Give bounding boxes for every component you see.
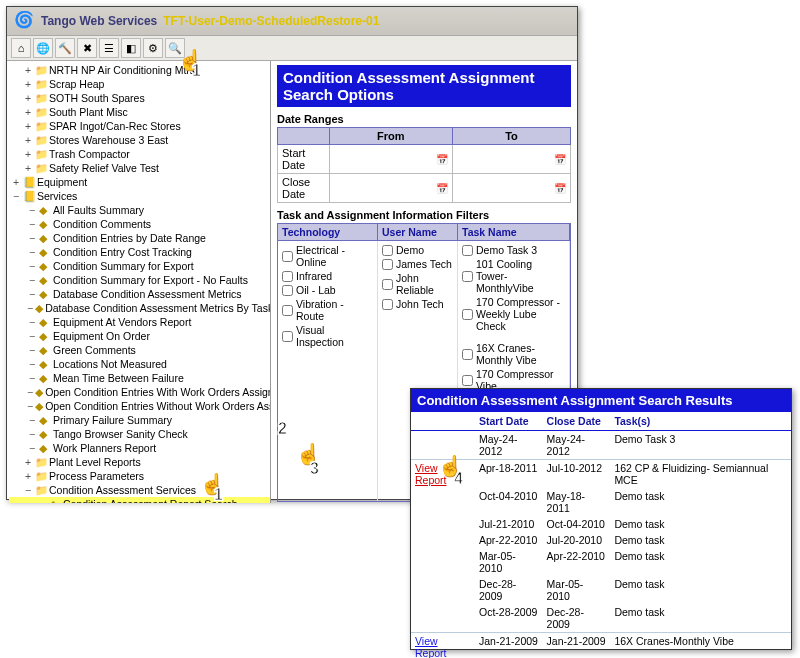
filter-checkbox[interactable]: James Tech [382, 258, 453, 270]
tree-item[interactable]: −◆Condition Summary for Export - No Faul… [9, 273, 270, 287]
filter-checkbox[interactable]: Vibration - Route [282, 298, 373, 322]
expand-icon[interactable]: + [23, 91, 33, 105]
tree-item[interactable]: −◆Mean Time Between Failure [9, 371, 270, 385]
tree-item[interactable]: +📒Equipment [9, 175, 270, 189]
tree-item[interactable]: +📁NRTH NP Air Conditioning Mtrs [9, 63, 270, 77]
expand-icon[interactable]: − [27, 301, 33, 315]
calendar-icon[interactable]: 📅 [436, 154, 448, 165]
close-from-input[interactable] [334, 180, 414, 197]
tree-item[interactable]: −◆Green Comments [9, 343, 270, 357]
expand-icon[interactable]: + [23, 469, 33, 483]
tree-item[interactable]: −◆Equipment At Vendors Report [9, 315, 270, 329]
tree-item[interactable]: −◆Condition Entries by Date Range [9, 231, 270, 245]
toolbar-globe-icon[interactable]: 🌐 [33, 38, 53, 58]
filter-checkbox[interactable]: Electrical - Online [282, 244, 373, 268]
filter-checkbox[interactable]: John Tech [382, 298, 453, 310]
expand-icon[interactable]: + [23, 105, 33, 119]
tree-item[interactable]: −◆Open Condition Entries With Work Order… [9, 385, 270, 399]
nav-tree[interactable]: +📁NRTH NP Air Conditioning Mtrs+📁Scrap H… [7, 61, 271, 503]
expand-icon[interactable]: − [27, 399, 33, 413]
tree-item[interactable]: −◆Condition Entry Cost Tracking [9, 245, 270, 259]
expand-icon[interactable]: + [23, 119, 33, 133]
toolbar-search-icon[interactable]: 🔍 [165, 38, 185, 58]
expand-icon[interactable]: + [23, 133, 33, 147]
expand-icon[interactable]: − [27, 413, 37, 427]
expand-icon[interactable]: − [27, 441, 37, 455]
cell-start: Apr-22-2010 [475, 532, 543, 548]
tree-item[interactable]: −◆Primary Failure Summary [9, 413, 270, 427]
toolbar-hammer-icon[interactable]: 🔨 [55, 38, 75, 58]
toolbar-home-icon[interactable]: ⌂ [11, 38, 31, 58]
toolbar-form-icon[interactable]: ☰ [99, 38, 119, 58]
filter-checkbox[interactable]: 16X Cranes-Monthly Vibe [462, 342, 565, 366]
expand-icon[interactable]: + [11, 175, 21, 189]
expand-icon[interactable]: − [27, 287, 37, 301]
toolbar-wrench-icon[interactable]: ✖ [77, 38, 97, 58]
filter-checkbox[interactable]: Visual Inspection [282, 324, 373, 348]
start-to-input[interactable] [457, 151, 533, 168]
filter-checkbox[interactable]: 170 Compressor - Weekly Lube Check [462, 296, 565, 332]
expand-icon[interactable]: − [11, 189, 21, 203]
expand-icon[interactable]: − [27, 203, 37, 217]
expand-icon[interactable]: − [27, 385, 33, 399]
tree-item[interactable]: −◆Database Condition Assessment Metrics … [9, 301, 270, 315]
calendar-icon[interactable]: 📅 [554, 154, 566, 165]
tree-item[interactable]: +📁SOTH South Spares [9, 91, 270, 105]
view-report-link[interactable]: View Report [415, 462, 447, 486]
expand-icon[interactable]: − [27, 231, 37, 245]
tree-item[interactable]: −◆Tango Browser Sanity Check [9, 427, 270, 441]
tree-item[interactable]: −📒Services [9, 189, 270, 203]
filter-checkbox[interactable]: Demo Task 3 [462, 244, 565, 256]
expand-icon[interactable]: − [27, 371, 37, 385]
expand-icon[interactable]: − [27, 217, 37, 231]
expand-icon[interactable]: − [27, 343, 37, 357]
filter-checkbox[interactable]: John Reliable [382, 272, 453, 296]
expand-icon[interactable]: − [23, 483, 33, 497]
tree-item[interactable]: −◆Condition Assessment Report Search [9, 497, 270, 503]
tree-item[interactable]: +📁Stores Warehouse 3 East [9, 133, 270, 147]
tree-item[interactable]: −◆Open Condition Entries Without Work Or… [9, 399, 270, 413]
tree-item[interactable]: −◆All Faults Summary [9, 203, 270, 217]
tree-item[interactable]: +📁Safety Relief Valve Test [9, 161, 270, 175]
filter-checkbox[interactable]: Infrared [282, 270, 373, 282]
tree-item[interactable]: +📁Trash Compactor [9, 147, 270, 161]
tree-item[interactable]: −◆Work Planners Report [9, 441, 270, 455]
expand-icon[interactable]: + [23, 77, 33, 91]
expand-icon[interactable]: − [27, 329, 37, 343]
tree-item[interactable]: +📁South Plant Misc [9, 105, 270, 119]
expand-icon[interactable]: − [27, 245, 37, 259]
tree-item[interactable]: −◆Locations Not Measured [9, 357, 270, 371]
tree-item[interactable]: −◆Condition Summary for Export [9, 259, 270, 273]
calendar-icon[interactable]: 📅 [554, 183, 566, 194]
filter-checkbox[interactable]: Oil - Lab [282, 284, 373, 296]
results-table: Start Date Close Date Task(s) May-24-201… [411, 412, 791, 658]
tree-item[interactable]: −📁Condition Assessment Services [9, 483, 270, 497]
start-from-input[interactable] [334, 151, 414, 168]
folder-icon: ◆ [39, 231, 51, 245]
expand-icon[interactable]: − [27, 427, 37, 441]
expand-icon[interactable]: + [23, 161, 33, 175]
tree-item[interactable]: −◆Database Condition Assessment Metrics [9, 287, 270, 301]
expand-icon[interactable]: − [37, 497, 47, 503]
expand-icon[interactable]: − [27, 315, 37, 329]
expand-icon[interactable]: − [27, 259, 37, 273]
calendar-icon[interactable]: 📅 [436, 183, 448, 194]
tree-item[interactable]: −◆Condition Comments [9, 217, 270, 231]
expand-icon[interactable]: − [27, 357, 37, 371]
folder-icon: ◆ [49, 497, 61, 503]
expand-icon[interactable]: − [27, 273, 37, 287]
tree-item[interactable]: −◆Equipment On Order [9, 329, 270, 343]
expand-icon[interactable]: + [23, 63, 33, 77]
expand-icon[interactable]: + [23, 455, 33, 469]
toolbar-gear-icon[interactable]: ⚙ [143, 38, 163, 58]
toolbar-cal-icon[interactable]: ◧ [121, 38, 141, 58]
tree-item[interactable]: +📁SPAR Ingot/Can-Rec Stores [9, 119, 270, 133]
tree-item[interactable]: +📁Process Parameters [9, 469, 270, 483]
close-to-input[interactable] [457, 180, 533, 197]
filter-checkbox[interactable]: 101 Cooling Tower- MonthlyVibe [462, 258, 565, 294]
view-report-link[interactable]: View Report [415, 635, 447, 658]
filter-checkbox[interactable]: Demo [382, 244, 453, 256]
tree-item[interactable]: +📁Scrap Heap [9, 77, 270, 91]
expand-icon[interactable]: + [23, 147, 33, 161]
tree-item[interactable]: +📁Plant Level Reports [9, 455, 270, 469]
